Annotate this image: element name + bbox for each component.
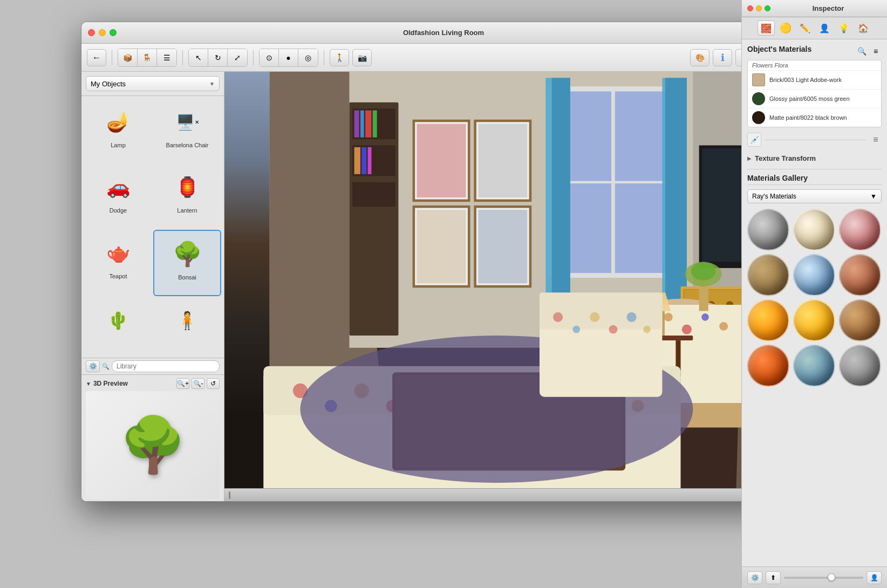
svg-rect-30 (478, 124, 527, 197)
svg-point-81 (590, 312, 599, 322)
gallery-ball-0[interactable] (747, 209, 789, 251)
main-content: My Objects ▼ 🪔 Lamp 🖥️✕ Barselona Chair … (81, 72, 806, 501)
zoom-in-button[interactable]: 🔍+ (176, 378, 189, 389)
chair-button[interactable]: 🪑 (138, 49, 157, 66)
toolbar-separator-1 (112, 50, 112, 65)
gallery-dropdown-label: Ray's Materials (752, 193, 796, 200)
walk-icon: 🚶 (335, 53, 344, 62)
toolbar-separator-2 (182, 50, 183, 65)
gallery-ball-4[interactable] (793, 254, 806, 296)
material-name-matte: Matte paint/8022 black brown (769, 114, 806, 121)
cursor-button[interactable]: ↖ (189, 49, 208, 66)
objects-icon: 📦 (123, 53, 132, 62)
preview-header: ▼ 3D Preview 🔍+ 🔍- ↺ (86, 377, 220, 391)
object-item-extra1[interactable]: 🌵 (84, 297, 152, 355)
object-label-lantern: Lantern (177, 207, 197, 214)
rotate-button[interactable]: ↻ (208, 49, 228, 66)
svg-rect-24 (665, 78, 687, 311)
gallery-ball-9[interactable] (747, 345, 789, 387)
material-name-brick: Brick/003 Light Adobe-work (769, 76, 806, 84)
material-swatch-glossy (752, 92, 765, 105)
dropper-button[interactable]: 💉 (747, 133, 761, 147)
resize-handle[interactable] (229, 491, 230, 499)
object-thumb-teapot: 🫖 (97, 234, 140, 272)
gallery-ball-1[interactable] (793, 209, 806, 251)
material-name-glossy: Glossy paint/6005 moss green (769, 95, 806, 102)
toolbar: ← 📦 🪑 ☰ ↖ ↻ ⤢ (81, 44, 806, 72)
objects-dropdown[interactable]: My Objects ▼ (86, 76, 220, 91)
material-swatch-brick (752, 73, 765, 86)
materials-icon: 🎨 (695, 53, 705, 62)
object-thumb-lamp: 🪔 (97, 103, 140, 141)
search-input[interactable] (112, 360, 220, 372)
svg-rect-13 (354, 147, 360, 174)
list-icon: ☰ (163, 53, 170, 62)
walk-button[interactable]: 🚶 (330, 49, 349, 66)
scene-view (224, 72, 806, 501)
preview-controls: 🔍+ 🔍- ↺ (176, 378, 220, 389)
info-button[interactable]: ℹ (713, 49, 732, 66)
reset-view-button[interactable]: ↺ (207, 378, 220, 389)
object-item-dodge[interactable]: 🚗 Dodge (84, 164, 152, 228)
svg-rect-78 (540, 292, 662, 329)
minimize-button[interactable] (99, 29, 106, 36)
gallery-grid (747, 209, 806, 387)
svg-rect-32 (478, 210, 527, 283)
scene-image[interactable] (224, 72, 806, 501)
texture-transform-label: Texture Transform (755, 154, 806, 162)
object-thumb-dodge: 🚗 (97, 168, 140, 206)
zoom-in-icon: 🔍+ (177, 380, 189, 387)
inspector-body: Object's Materials 🔍 ≡ Flowers Flora Bri… (742, 72, 806, 501)
dot-button[interactable]: ● (279, 49, 298, 66)
back-button[interactable]: ← (87, 49, 106, 66)
gallery-ball-6[interactable] (747, 299, 789, 341)
chair-icon: 🪑 (142, 53, 152, 62)
svg-point-83 (626, 312, 636, 322)
svg-point-54 (691, 262, 715, 281)
object-thumb-extra2: 🧍 (166, 302, 209, 339)
object-label-bonsai: Bonsai (178, 274, 196, 281)
rotate-icon: ↻ (215, 53, 221, 62)
svg-point-84 (643, 326, 651, 333)
svg-rect-8 (352, 182, 395, 207)
gallery-ball-3[interactable] (747, 254, 789, 296)
object-item-lantern[interactable]: 🏮 Lantern (153, 164, 221, 228)
objects-button[interactable]: 📦 (118, 49, 138, 66)
left-panel-header: My Objects ▼ (81, 72, 224, 96)
object-item-bonsai[interactable]: 🌳 Bonsai (153, 230, 221, 296)
svg-rect-9 (354, 111, 359, 138)
object-item-extra2[interactable]: 🧍 (153, 297, 221, 355)
gallery-ball-7[interactable] (793, 299, 806, 341)
object-item-teapot[interactable]: 🫖 Teapot (84, 230, 152, 296)
sphere-button[interactable]: ⊙ (260, 49, 279, 66)
texture-transform-header[interactable]: ▶ Texture Transform (747, 152, 806, 165)
move-button[interactable]: ⤢ (228, 49, 247, 66)
window-title: Oldfashion Living Room (403, 29, 484, 37)
list-button[interactable]: ☰ (157, 49, 176, 66)
scene-bottom-bar (224, 488, 806, 501)
zoom-out-button[interactable]: 🔍- (192, 378, 204, 389)
divider (765, 140, 806, 140)
materials-right-button[interactable]: 🎨 (690, 49, 709, 66)
gallery-dropdown[interactable]: Ray's Materials ▼ (747, 189, 806, 203)
settings-button[interactable]: ⚙️ (86, 360, 100, 372)
multi-button[interactable]: ◎ (298, 49, 318, 66)
gallery-ball-10[interactable] (793, 345, 806, 387)
transform-tools-group: ↖ ↻ ⤢ (188, 49, 248, 67)
close-button[interactable] (88, 29, 95, 36)
camera-button[interactable]: 📷 (352, 49, 372, 66)
move-icon: ⤢ (234, 53, 241, 62)
section-divider (747, 169, 806, 169)
material-item-glossy[interactable]: Glossy paint/6005 moss green (748, 90, 806, 108)
maximize-button[interactable] (110, 29, 117, 36)
material-item-matte[interactable]: Matte paint/8022 black brown (748, 108, 806, 127)
svg-rect-22 (552, 78, 570, 311)
objects-dropdown-label: My Objects (91, 80, 126, 88)
object-thumb-extra1: 🌵 (97, 302, 140, 339)
object-item-barselona[interactable]: 🖥️✕ Barselona Chair (153, 99, 221, 163)
object-label-teapot: Teapot (109, 273, 127, 279)
reset-icon: ↺ (210, 380, 216, 387)
material-item-brick[interactable]: Brick/003 Light Adobe-work (748, 72, 806, 90)
object-item-lamp[interactable]: 🪔 Lamp (84, 99, 152, 163)
dropdown-arrow-icon: ▼ (209, 81, 215, 87)
